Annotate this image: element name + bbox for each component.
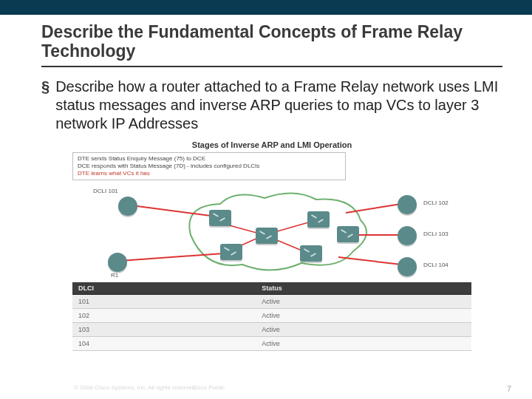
table-header-row: DLCI Status [72,282,471,295]
figure-caption-box: DTE sends Status Enquiry Message (75) to… [72,152,346,180]
cell-status: Active [256,294,471,308]
slide-title: Describe the Fundamental Concepts of Fra… [41,22,502,61]
th-status: Status [256,282,471,295]
table-row: 104 Active [72,336,471,350]
th-dlci: DLCI [72,282,256,295]
table-row: 102 Active [72,308,471,322]
slide-topbar [0,0,532,15]
link [120,253,224,261]
switch-icon [300,245,322,262]
cell-status: Active [256,308,471,322]
footer-page-number: 7 [507,384,511,393]
cell-status: Active [256,336,471,350]
label-dcli-101: DCLI 101 [93,188,118,194]
table-row: 103 Active [72,322,471,336]
slide-content: Describe the Fundamental Concepts of Fra… [0,15,532,351]
cell-status: Active [256,322,471,336]
switch-icon [256,228,278,244]
title-rule [41,66,502,67]
figure-title: Stages of Inverse ARP and LMI Operation [72,140,471,149]
link [338,257,401,265]
switch-icon [209,210,231,226]
router-icon [398,226,417,245]
footer-copyright: © 2006 Cisco Systems, Inc. All rights re… [74,384,197,391]
label-dcli-102: DCLI 102 [423,200,449,206]
router-icon [108,253,127,272]
slide-footer: © 2006 Cisco Systems, Inc. All rights re… [0,384,532,395]
table-row: 101 Active [72,294,471,308]
bullet-text: Describe how a router attached to a Fram… [55,78,502,133]
switch-icon [220,244,242,260]
router-icon [398,257,417,276]
bullet-item: § Describe how a router attached to a Fr… [41,78,502,133]
switch-icon [337,226,359,242]
footer-classification: Cisco Public [192,384,225,391]
bullet-marker: § [41,78,50,95]
switch-icon [307,211,330,228]
figure: Stages of Inverse ARP and LMI Operation … [72,140,471,351]
label-dcli-104: DCLI 104 [423,262,449,268]
caption-line-3: DTE learns what VCs it has [78,170,341,177]
router-icon [398,195,417,214]
label-dcli-103: DCLI 103 [423,231,449,237]
network-diagram: DCLI 101 R1 DCLI 102 DCLI 103 DCLI 104 [72,183,471,279]
caption-line-1: DTE sends Status Enquiry Message (75) to… [78,155,341,163]
cell-dlci: 104 [72,336,256,350]
cell-dlci: 102 [72,308,256,322]
dlci-table-wrap: DLCI Status 101 Active 102 Active 103 [72,282,471,351]
cell-dlci: 101 [72,294,256,308]
cell-dlci: 103 [72,322,256,336]
caption-line-2: DCE responds with Status Message (7D) - … [78,163,341,170]
dlci-table: DLCI Status 101 Active 102 Active 103 [72,282,471,351]
router-icon [118,197,137,216]
label-r1: R1 [111,272,118,279]
